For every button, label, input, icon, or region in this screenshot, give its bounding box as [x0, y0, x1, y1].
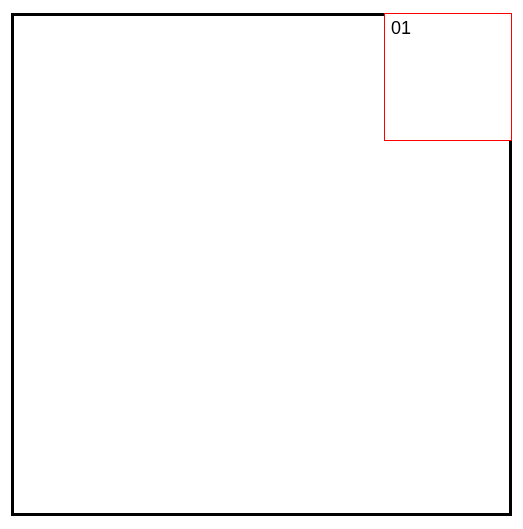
- cell-box: 01: [384, 13, 512, 141]
- outer-container: 01: [11, 13, 512, 516]
- cell-label: 01: [391, 18, 411, 39]
